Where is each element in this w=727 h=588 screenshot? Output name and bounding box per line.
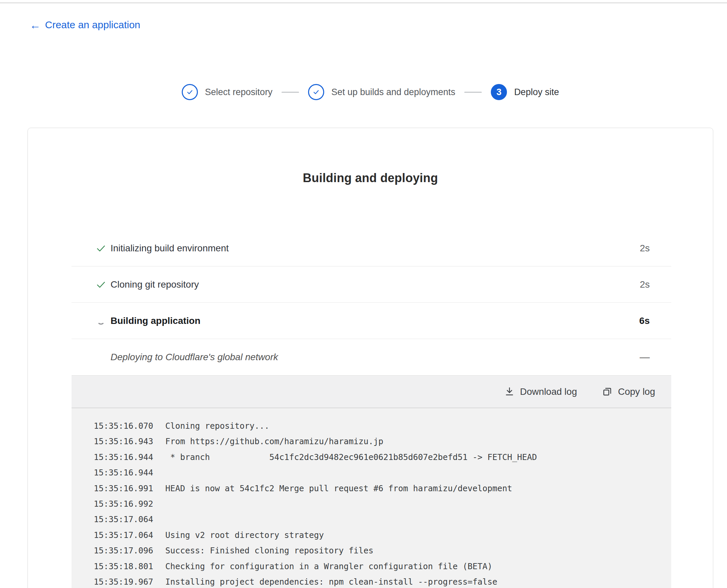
check-icon <box>312 88 320 96</box>
log-line: 15:35:16.944 <box>94 465 664 481</box>
check-icon <box>96 279 106 290</box>
stepper: Select repositorySet up builds and deplo… <box>27 84 713 100</box>
log-timestamp: 15:35:17.064 <box>94 527 153 543</box>
log-toolbar: Download log Copy log <box>71 375 671 408</box>
build-step-duration: 2s <box>640 243 650 254</box>
build-step-row: Building application6s <box>71 303 671 339</box>
build-step-label: Initializing build environment <box>110 243 229 254</box>
build-step-row: Initializing build environment2s <box>71 230 671 267</box>
log-timestamp: 15:35:19.967 <box>94 574 153 588</box>
log-timestamp: 15:35:17.096 <box>94 543 153 559</box>
stepper-step-label: Deploy site <box>514 87 559 98</box>
log-line: 15:35:17.064 <box>94 512 664 527</box>
log-line: 15:35:16.991HEAD is now at 54c1fc2 Merge… <box>94 481 664 496</box>
log-timestamp: 15:35:16.943 <box>94 434 153 449</box>
copy-log-label: Copy log <box>618 386 655 397</box>
log-message: Using v2 root directory strategy <box>165 527 324 543</box>
stepper-step-label: Set up builds and deployments <box>331 87 455 98</box>
stepper-step-set-up-builds-and-deployments: Set up builds and deployments <box>308 84 455 100</box>
log-message: * branch 54c1fc2dc3d9482ec961e0621b85d60… <box>165 449 537 465</box>
back-arrow-icon: ← <box>29 20 41 30</box>
build-step-row: Deploying to Cloudflare's global network… <box>71 339 671 375</box>
build-steps-list: Initializing build environment2sCloning … <box>71 230 671 375</box>
log-line: 15:35:17.064Using v2 root directory stra… <box>94 527 664 543</box>
step-number: 3 <box>496 87 501 98</box>
build-step-label: Building application <box>110 315 200 326</box>
download-log-label: Download log <box>520 386 577 397</box>
stepper-step-deploy-site: 3Deploy site <box>491 84 559 100</box>
log-line: 15:35:19.967Installing project dependenc… <box>94 574 664 588</box>
copy-log-button[interactable]: Copy log <box>602 386 655 397</box>
log-line: 15:35:16.992 <box>94 496 664 512</box>
log-message: HEAD is now at 54c1fc2 Merge pull reques… <box>165 481 512 496</box>
back-link[interactable]: ← Create an application <box>29 19 141 31</box>
log-message: Checking for configuration in a Wrangler… <box>165 559 492 574</box>
build-step-label: Cloning git repository <box>110 279 199 290</box>
build-log: Download log Copy log 15:35:16.070Clonin… <box>71 375 671 588</box>
log-message: Cloning repository... <box>165 418 270 434</box>
stepper-step-label: Select repository <box>205 87 273 98</box>
check-icon <box>96 279 106 290</box>
log-timestamp: 15:35:16.070 <box>94 418 153 434</box>
build-step-label: Deploying to Cloudflare's global network <box>110 352 278 362</box>
check-icon <box>96 243 106 253</box>
log-timestamp: 15:35:17.064 <box>94 512 153 527</box>
check-icon <box>186 88 194 96</box>
stepper-separator <box>281 92 299 93</box>
step-check-icon <box>182 84 198 100</box>
log-line: 15:35:16.944 * branch 54c1fc2dc3d9482ec9… <box>94 449 664 465</box>
build-step-row: Cloning git repository2s <box>71 267 671 303</box>
log-output[interactable]: 15:35:16.070Cloning repository...15:35:1… <box>71 408 671 588</box>
download-log-button[interactable]: Download log <box>504 386 577 397</box>
log-timestamp: 15:35:16.944 <box>94 449 153 465</box>
log-line: 15:35:18.801Checking for configuration i… <box>94 559 664 574</box>
log-message: From https://github.com/haramizu/haramiz… <box>165 434 383 449</box>
spinner-icon <box>96 317 106 324</box>
step-number-badge: 3 <box>491 84 507 100</box>
copy-icon <box>602 386 613 397</box>
spinner-arc <box>97 317 105 324</box>
stepper-step-select-repository: Select repository <box>182 84 273 100</box>
log-timestamp: 15:35:16.944 <box>94 465 153 481</box>
log-timestamp: 15:35:18.801 <box>94 559 153 574</box>
check-icon <box>96 243 106 253</box>
deploy-card: Building and deploying Initializing buil… <box>27 128 713 588</box>
log-message: Success: Finished cloning repository fil… <box>165 543 373 559</box>
build-step-duration: 2s <box>640 279 650 290</box>
download-icon <box>504 386 515 397</box>
log-line: 15:35:17.096Success: Finished cloning re… <box>94 543 664 559</box>
log-timestamp: 15:35:16.991 <box>94 481 153 496</box>
header-divider <box>0 2 727 3</box>
back-link-label: Create an application <box>45 19 141 31</box>
log-line: 15:35:16.943From https://github.com/hara… <box>94 434 664 449</box>
log-message: Installing project dependencies: npm cle… <box>165 574 497 588</box>
stepper-separator <box>464 92 482 93</box>
page-title: Building and deploying <box>28 128 713 185</box>
build-step-duration: — <box>640 352 650 363</box>
log-timestamp: 15:35:16.992 <box>94 496 153 512</box>
log-line: 15:35:16.070Cloning repository... <box>94 418 664 434</box>
build-step-duration: 6s <box>639 315 650 326</box>
step-check-icon <box>308 84 324 100</box>
